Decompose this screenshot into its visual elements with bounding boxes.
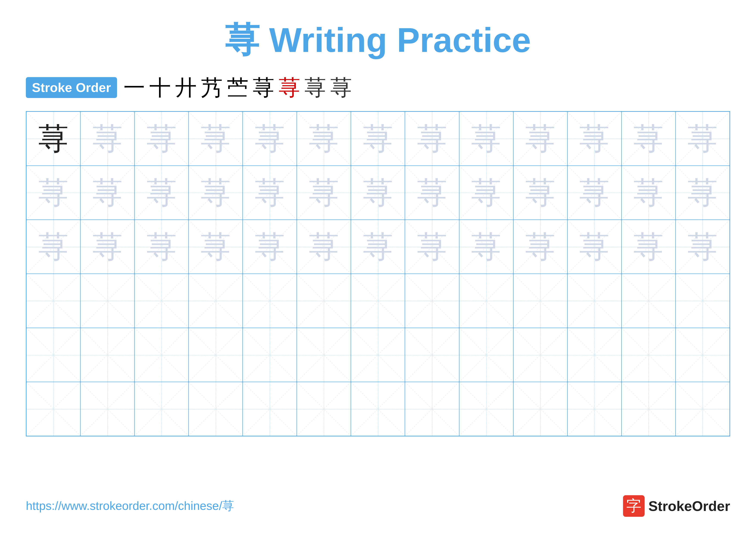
strokeorder-logo-icon: 字 [623,495,645,517]
grid-cell-3-9[interactable]: 荨 [459,220,513,274]
grid-cell-3-10[interactable]: 荨 [513,220,567,274]
grid-cell-4-13[interactable] [676,274,730,328]
grid-cell-5-13[interactable] [676,328,730,382]
grid-cell-5-12[interactable] [622,328,676,382]
grid-cell-1-13[interactable]: 荨 [676,112,730,165]
grid-cell-4-12[interactable] [622,274,676,328]
grid-cell-5-9[interactable] [459,328,513,382]
grid-cell-5-11[interactable] [567,328,622,382]
grid-cell-4-11[interactable] [567,274,622,328]
grid-cell-1-10[interactable]: 荨 [513,112,567,165]
title-char: 荨 [225,21,259,59]
grid-cell-1-12[interactable]: 荨 [622,112,676,165]
stroke-3: 廾 [175,77,197,98]
grid-cell-5-3[interactable] [134,328,189,382]
grid-cell-2-10[interactable]: 荨 [513,165,567,220]
grid-cell-2-12[interactable]: 荨 [622,165,676,220]
grid-cell-3-13[interactable]: 荨 [676,220,730,274]
grid-cell-4-3[interactable] [134,274,189,328]
grid-cell-2-5[interactable]: 荨 [243,165,297,220]
grid-cell-5-8[interactable] [405,328,459,382]
grid-cell-3-7[interactable]: 荨 [351,220,405,274]
cell-char-dark: 荨 [39,124,68,154]
grid-cell-5-1[interactable] [26,328,80,382]
grid-cell-6-10[interactable] [513,382,567,436]
grid-cell-6-5[interactable] [243,382,297,436]
stroke-order-badge: Stroke Order [26,77,117,98]
stroke-5: 苎 [227,77,249,98]
grid-cell-2-11[interactable]: 荨 [567,165,622,220]
grid-cell-3-1[interactable]: 荨 [26,220,80,274]
grid-cell-1-6[interactable]: 荨 [297,112,351,165]
grid-cell-1-5[interactable]: 荨 [243,112,297,165]
grid-cell-1-11[interactable]: 荨 [567,112,622,165]
stroke-4: 艿 [201,77,223,98]
grid-cell-2-1[interactable]: 荨 [26,165,80,220]
grid-cell-2-4[interactable]: 荨 [189,165,243,220]
grid-cell-1-2[interactable]: 荨 [80,112,134,165]
grid-cell-6-7[interactable] [351,382,405,436]
stroke-9: 荨 [330,77,352,98]
stroke-sequence: 一 十 廾 艿 苎 荨 荨 荨 荨 [123,77,352,98]
grid-cell-5-10[interactable] [513,328,567,382]
grid-cell-1-3[interactable]: 荨 [134,112,189,165]
grid-cell-6-13[interactable] [676,382,730,436]
grid-cell-3-11[interactable]: 荨 [567,220,622,274]
grid-cell-1-9[interactable]: 荨 [459,112,513,165]
logo-char: 字 [626,496,641,516]
grid-cell-4-6[interactable] [297,274,351,328]
grid-cell-4-8[interactable] [405,274,459,328]
title-text: Writing Practice [259,21,531,59]
footer-logo: 字 StrokeOrder [623,495,730,517]
grid-cell-2-8[interactable]: 荨 [405,165,459,220]
grid-cell-6-4[interactable] [189,382,243,436]
grid-cell-5-7[interactable] [351,328,405,382]
practice-grid: 荨 荨 荨 荨 荨 荨 荨 荨 荨 荨 荨 荨 荨 荨 荨 荨 荨 荨 荨 荨 … [26,111,730,436]
grid-cell-6-12[interactable] [622,382,676,436]
grid-cell-4-4[interactable] [189,274,243,328]
grid-cell-3-5[interactable]: 荨 [243,220,297,274]
stroke-8: 荨 [305,77,326,98]
grid-cell-2-9[interactable]: 荨 [459,165,513,220]
grid-cell-6-8[interactable] [405,382,459,436]
grid-cell-6-11[interactable] [567,382,622,436]
grid-cell-4-1[interactable] [26,274,80,328]
grid-cell-2-7[interactable]: 荨 [351,165,405,220]
grid-cell-3-4[interactable]: 荨 [189,220,243,274]
grid-cell-5-5[interactable] [243,328,297,382]
grid-cell-4-5[interactable] [243,274,297,328]
grid-cell-5-4[interactable] [189,328,243,382]
grid-cell-2-13[interactable]: 荨 [676,165,730,220]
grid-cell-4-2[interactable] [80,274,134,328]
grid-cell-5-6[interactable] [297,328,351,382]
grid-cell-1-8[interactable]: 荨 [405,112,459,165]
grid-cell-6-1[interactable] [26,382,80,436]
grid-cell-6-3[interactable] [134,382,189,436]
grid-cell-3-8[interactable]: 荨 [405,220,459,274]
grid-cell-4-9[interactable] [459,274,513,328]
grid-cell-2-2[interactable]: 荨 [80,165,134,220]
grid-cell-3-6[interactable]: 荨 [297,220,351,274]
grid-cell-4-7[interactable] [351,274,405,328]
stroke-7: 荨 [279,77,300,98]
grid-row-4 [26,274,730,328]
grid-cell-5-2[interactable] [80,328,134,382]
grid-cell-3-2[interactable]: 荨 [80,220,134,274]
grid-cell-1-7[interactable]: 荨 [351,112,405,165]
grid-cell-6-2[interactable] [80,382,134,436]
grid-cell-1-4[interactable]: 荨 [189,112,243,165]
footer-url[interactable]: https://www.strokeorder.com/chinese/荨 [26,498,234,514]
grid-cell-1-1[interactable]: 荨 [26,112,80,165]
grid-cell-6-9[interactable] [459,382,513,436]
grid-row-1: 荨 荨 荨 荨 荨 荨 荨 荨 荨 荨 荨 荨 荨 [26,112,730,165]
grid-cell-3-3[interactable]: 荨 [134,220,189,274]
grid-row-3: 荨 荨 荨 荨 荨 荨 荨 荨 荨 荨 荨 荨 荨 [26,220,730,274]
grid-cell-4-10[interactable] [513,274,567,328]
grid-cell-6-6[interactable] [297,382,351,436]
footer: https://www.strokeorder.com/chinese/荨 字 … [26,495,730,517]
grid-cell-2-3[interactable]: 荨 [134,165,189,220]
grid-cell-2-6[interactable]: 荨 [297,165,351,220]
grid-cell-3-12[interactable]: 荨 [622,220,676,274]
page-title: 荨 Writing Practice [26,17,730,64]
stroke-1: 一 [123,77,145,98]
